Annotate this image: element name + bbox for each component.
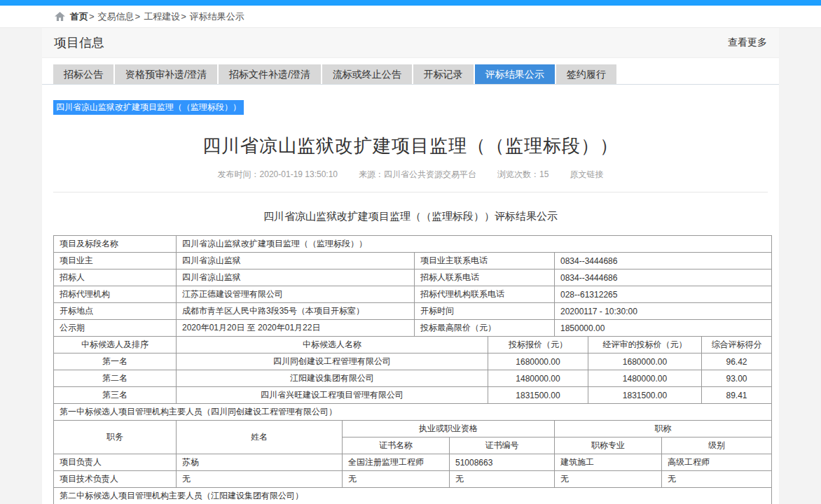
info-value: 四川省凉山监狱改扩建项目监理（（监理标段）） xyxy=(177,236,772,253)
info-value: 028--61312265 xyxy=(555,286,772,303)
info-value: 2020年01月20日 至 2020年01月22日 xyxy=(177,320,415,337)
personnel-duty: 项目技术负责人 xyxy=(54,471,177,488)
tab-bid-opening-record[interactable]: 开标记录 xyxy=(413,64,474,84)
publish-time: 发布时间：2020-01-19 13:50:10 xyxy=(218,169,338,181)
personnel-title-level: 无 xyxy=(662,471,772,488)
breadcrumb-item-trade-info[interactable]: 交易信息 xyxy=(98,10,134,23)
divider xyxy=(53,192,768,192)
table-row: 项目及标段名称 四川省凉山监狱改扩建项目监理（（监理标段）） xyxy=(54,236,772,253)
info-label: 开标地点 xyxy=(54,303,177,320)
candidate-reviewed-price: 1831500.00 xyxy=(588,387,702,404)
candidates-header-row: 中标候选人及排序 中标候选人名称 投标报价（元） 经评审的投标价（元） 综合评标… xyxy=(54,337,772,354)
personnel-name: 苏杨 xyxy=(177,454,343,471)
column-header: 中标候选人及排序 xyxy=(54,337,177,354)
candidate-score: 89.41 xyxy=(702,387,772,404)
info-value: 0834--3444686 xyxy=(555,253,772,270)
candidate-row: 第一名 四川同创建设工程管理有限公司 1680000.00 1680000.00… xyxy=(54,354,772,370)
column-header: 证书名称 xyxy=(343,438,450,454)
tab-bid-doc-addendum[interactable]: 招标文件补遗/澄清 xyxy=(219,64,321,84)
main-container: 项目信息 查看更多 招标公告 资格预审补遗/澄清 招标文件补遗/澄清 流标或终止… xyxy=(42,28,779,504)
personnel-title-major: 无 xyxy=(555,471,662,488)
candidate-row: 第三名 四川省兴旺建设工程项目管理有限公司 1831500.00 1831500… xyxy=(54,387,772,404)
breadcrumb-separator: > xyxy=(89,11,95,22)
info-value: 0834--3444686 xyxy=(555,270,772,286)
column-header: 姓名 xyxy=(177,421,343,454)
column-header: 证书编号 xyxy=(450,438,555,454)
home-icon xyxy=(55,12,65,21)
info-value: 成都市青羊区人民中路3段35号（本项目开标室） xyxy=(177,303,415,320)
column-header: 级别 xyxy=(662,438,772,454)
view-more-link[interactable]: 查看更多 xyxy=(728,36,767,49)
article-meta: 发布时间：2020-01-19 13:50:10 来源：四川省公共资源交易平台 … xyxy=(53,169,768,181)
personnel-section-title: 第二中标候选人项目管理机构主要人员（江阳建设集团有限公司） xyxy=(54,488,772,504)
tab-bar: 招标公告 资格预审补遗/澄清 招标文件补遗/澄清 流标或终止公告 开标记录 评标… xyxy=(42,58,779,85)
breadcrumb-item-eval-results[interactable]: 评标结果公示 xyxy=(190,10,244,23)
info-label: 项目业主 xyxy=(54,253,177,270)
candidate-name: 四川同创建设工程管理有限公司 xyxy=(177,354,488,370)
candidate-name: 四川省兴旺建设工程项目管理有限公司 xyxy=(177,387,488,404)
personnel-row: 项目负责人 苏杨 全国注册监理工程师 51008663 建筑施工 高级工程师 xyxy=(54,454,772,471)
page-title: 项目信息 xyxy=(54,34,104,51)
candidate-price: 1480000.00 xyxy=(488,370,588,387)
info-value: 20200117 - 10:30:00 xyxy=(555,303,772,320)
personnel-title-major: 建筑施工 xyxy=(555,454,662,471)
view-count: 浏览次数：15 xyxy=(497,169,549,181)
table-row: 公示期 2020年01月20日 至 2020年01月22日 投标最高限价（元） … xyxy=(54,320,772,337)
candidate-rank: 第二名 xyxy=(54,370,177,387)
column-header: 投标报价（元） xyxy=(488,337,588,354)
candidate-score: 96.42 xyxy=(702,354,772,370)
personnel-cert-name: 全国注册监理工程师 xyxy=(343,454,450,471)
source: 来源：四川省公共资源交易平台 xyxy=(359,169,476,181)
info-value: 江苏正德建设管理有限公司 xyxy=(177,286,415,303)
info-label: 招标人 xyxy=(54,270,177,286)
personnel-row: 项目技术负责人 无 无 无 无 无 xyxy=(54,471,772,488)
tab-eval-result-publicity[interactable]: 评标结果公示 xyxy=(475,64,555,84)
original-link[interactable]: 原文链接 xyxy=(570,169,603,181)
candidate-rank: 第三名 xyxy=(54,387,177,404)
evaluation-result-table: 项目及标段名称 四川省凉山监狱改扩建项目监理（（监理标段）） 项目业主 四川省凉… xyxy=(53,235,772,504)
info-value: 四川省凉山监狱 xyxy=(177,253,415,270)
column-header: 职称专业 xyxy=(555,438,662,454)
result-subtitle: 四川省凉山监狱改扩建项目监理（（监理标段））评标结果公示 xyxy=(53,210,768,223)
candidate-row: 第二名 江阳建设集团有限公司 1480000.00 1480000.00 93.… xyxy=(54,370,772,387)
column-header: 综合评标得分 xyxy=(702,337,772,354)
tab-prequalification-addendum[interactable]: 资格预审补遗/澄清 xyxy=(115,64,217,84)
tab-contract-performance[interactable]: 签约履行 xyxy=(556,64,616,84)
section-title-row: 第一中标候选人项目管理机构主要人员（四川同创建设工程管理有限公司） xyxy=(54,404,772,421)
table-row: 招标代理机构 江苏正德建设管理有限公司 招标代理机构联系电话 028--6131… xyxy=(54,286,772,303)
table-row: 开标地点 成都市青羊区人民中路3段35号（本项目开标室） 开标时间 202001… xyxy=(54,303,772,320)
breadcrumb-home[interactable]: 首页 xyxy=(70,10,88,23)
table-row: 项目业主 四川省凉山监狱 项目业主联系电话 0834--3444686 xyxy=(54,253,772,270)
column-header: 中标候选人名称 xyxy=(177,337,488,354)
column-header: 执业或职业资格 xyxy=(343,421,555,438)
personnel-name: 无 xyxy=(177,471,343,488)
column-header: 职称 xyxy=(555,421,772,438)
personnel-duty: 项目负责人 xyxy=(54,454,177,471)
info-label: 公示期 xyxy=(54,320,177,337)
info-label: 项目及标段名称 xyxy=(54,236,177,253)
info-value: 1850000.00 xyxy=(555,320,772,337)
personnel-header-row: 职务 姓名 执业或职业资格 职称 xyxy=(54,421,772,438)
candidate-reviewed-price: 1480000.00 xyxy=(588,370,702,387)
info-label: 项目业主联系电话 xyxy=(415,253,555,270)
breadcrumb-separator: > xyxy=(181,11,186,22)
info-label: 开标时间 xyxy=(415,303,555,320)
project-result-link[interactable]: 四川省凉山监狱改扩建项目监理（（监理标段）） xyxy=(53,100,244,115)
info-label: 招标人联系电话 xyxy=(415,270,555,286)
top-accent-bar xyxy=(0,0,821,6)
info-label: 投标最高限价（元） xyxy=(415,320,555,337)
personnel-cert-no: 51008663 xyxy=(450,454,555,471)
column-header: 职务 xyxy=(54,421,177,454)
candidate-rank: 第一名 xyxy=(54,354,177,370)
breadcrumb-item-engineering[interactable]: 工程建设 xyxy=(144,10,180,23)
tab-failed-or-terminated[interactable]: 流标或终止公告 xyxy=(322,64,412,84)
breadcrumb: 首页 > 交易信息 > 工程建设 > 评标结果公示 xyxy=(0,6,821,28)
info-value: 四川省凉山监狱 xyxy=(177,270,415,286)
tab-bid-announcement[interactable]: 招标公告 xyxy=(53,64,113,84)
info-label: 招标代理机构联系电话 xyxy=(415,286,555,303)
info-label: 招标代理机构 xyxy=(54,286,177,303)
breadcrumb-separator: > xyxy=(135,11,141,22)
candidate-price: 1680000.00 xyxy=(488,354,588,370)
candidate-name: 江阳建设集团有限公司 xyxy=(177,370,488,387)
personnel-section-title: 第一中标候选人项目管理机构主要人员（四川同创建设工程管理有限公司） xyxy=(54,404,772,421)
